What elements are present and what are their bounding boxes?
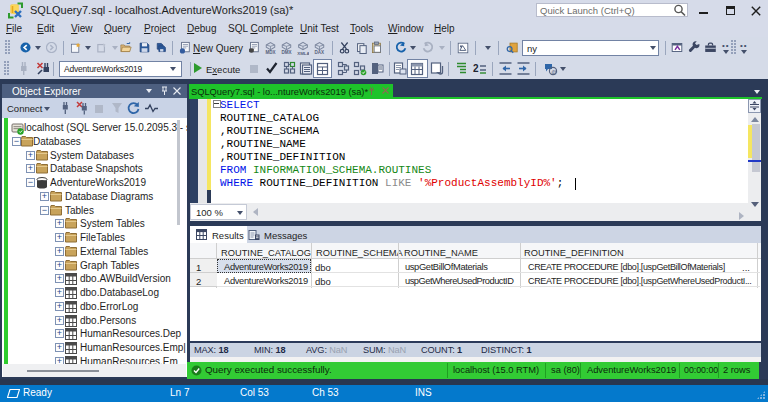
svg-text:MDX: MDX xyxy=(265,50,275,55)
svg-text:@: @ xyxy=(551,69,557,75)
svg-text:XMLA: XMLA xyxy=(297,51,309,55)
svg-text:2: 2 xyxy=(473,63,479,74)
svg-text:DAX: DAX xyxy=(314,50,324,55)
svg-text:DMX: DMX xyxy=(281,50,291,55)
